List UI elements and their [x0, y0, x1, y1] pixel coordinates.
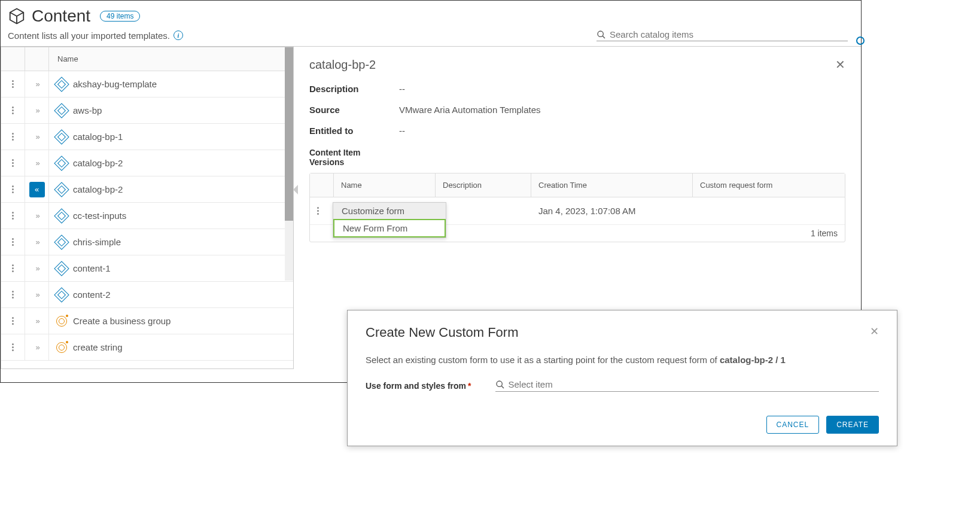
detail-title: catalog-bp-2 [309, 58, 376, 72]
kebab-icon[interactable] [317, 207, 327, 215]
blueprint-icon [54, 156, 69, 170]
search-icon [596, 30, 606, 39]
expand-icon[interactable]: » [35, 343, 38, 352]
blueprint-icon [54, 103, 69, 118]
svg-line-1 [602, 36, 605, 38]
box-icon [8, 7, 26, 25]
expand-icon[interactable]: » [35, 264, 38, 273]
blueprint-icon [54, 261, 69, 276]
item-name: catalog-bp-1 [73, 132, 123, 142]
context-menu: Customize form New Form From [333, 202, 446, 238]
items-badge: 49 items [100, 11, 140, 22]
value-description: -- [399, 84, 845, 94]
search-input[interactable] [610, 29, 848, 39]
item-name: catalog-bp-2 [73, 158, 123, 168]
kebab-icon[interactable] [12, 80, 14, 88]
content-list: Name » akshay-bug-template » aws-bp » ca… [1, 47, 294, 369]
item-name: Create a business group [73, 316, 171, 326]
target-icon [56, 316, 67, 327]
expand-icon[interactable]: » [35, 159, 38, 167]
kebab-icon[interactable] [12, 317, 14, 325]
kebab-icon[interactable] [12, 291, 14, 298]
list-item[interactable]: » akshay-bug-template [1, 71, 293, 98]
collapse-icon[interactable]: « [29, 182, 45, 197]
vcol-time: Creation Time [531, 173, 693, 197]
kebab-icon[interactable] [12, 133, 14, 141]
list-item[interactable]: » Create a business group [1, 308, 293, 334]
item-name: content-2 [73, 290, 111, 300]
search-icon [495, 380, 505, 383]
list-item[interactable]: » chris-simple [1, 229, 293, 255]
kebab-icon[interactable] [12, 238, 14, 246]
kebab-icon[interactable] [12, 343, 14, 351]
filter-icon[interactable] [856, 36, 865, 45]
create-form-modal: Create New Custom Form ✕ Select an exist… [347, 310, 897, 383]
blueprint-icon [54, 287, 69, 302]
item-name: create string [73, 342, 123, 352]
kebab-icon[interactable] [12, 106, 14, 114]
item-name: catalog-bp-2 [73, 184, 123, 194]
info-icon[interactable]: i [174, 31, 183, 40]
blueprint-icon [54, 234, 69, 249]
list-item[interactable]: » aws-bp [1, 98, 293, 124]
blueprint-icon [54, 208, 69, 223]
menu-new-form-from[interactable]: New Form From [333, 219, 446, 237]
expand-icon[interactable]: » [35, 80, 38, 89]
modal-title: Create New Custom Form [366, 325, 519, 340]
menu-customize-form[interactable]: Customize form [333, 203, 446, 219]
item-name: akshay-bug-template [73, 79, 157, 89]
item-name: content-1 [73, 263, 111, 273]
blueprint-icon [54, 182, 69, 197]
svg-point-0 [598, 31, 603, 36]
label-entitled: Entitled to [309, 126, 399, 136]
item-name: chris-simple [73, 237, 121, 247]
item-name: cc-test-inputs [73, 211, 126, 221]
label-description: Description [309, 84, 399, 94]
version-time: Jan 4, 2023, 1:07:08 AM [531, 206, 693, 216]
item-name: aws-bp [73, 105, 102, 115]
vcol-description: Description [436, 173, 531, 197]
column-header-name: Name [49, 47, 293, 71]
value-entitled: -- [399, 126, 845, 136]
scrollbar[interactable] [285, 47, 293, 281]
target-icon [56, 342, 67, 353]
list-item[interactable]: « catalog-bp-2 [1, 176, 293, 203]
close-icon[interactable]: ✕ [835, 57, 845, 72]
label-versions: Content Item Versions [309, 148, 381, 167]
value-source: VMware Aria Automation Templates [399, 105, 845, 115]
kebab-icon[interactable] [12, 264, 14, 272]
blueprint-icon [54, 77, 69, 92]
list-item[interactable]: » catalog-bp-1 [1, 124, 293, 150]
kebab-icon[interactable] [12, 185, 14, 193]
list-item[interactable]: » create string [1, 334, 293, 361]
vcol-name: Name [334, 173, 436, 197]
modal-close-icon[interactable]: ✕ [870, 325, 879, 338]
subtitle-text: Content lists all your imported template… [8, 31, 170, 41]
expand-icon[interactable]: » [35, 106, 38, 115]
list-item[interactable]: » content-2 [1, 282, 293, 308]
expand-icon[interactable]: » [35, 316, 38, 325]
expand-icon[interactable]: » [35, 211, 38, 220]
expand-icon[interactable]: » [35, 132, 38, 141]
expand-icon[interactable]: » [35, 290, 38, 299]
list-item[interactable]: » catalog-bp-2 [1, 150, 293, 176]
field-label: Use form and styles from* [366, 381, 471, 383]
kebab-icon[interactable] [12, 212, 14, 220]
vcol-form: Custom request form [693, 173, 845, 197]
page-title: Content [32, 7, 90, 26]
expand-icon[interactable]: » [35, 237, 38, 246]
list-item[interactable]: » content-1 [1, 255, 293, 282]
modal-description: Select an existing custom form to use it… [366, 355, 879, 365]
label-source: Source [309, 105, 399, 115]
svg-point-2 [497, 381, 502, 383]
list-item[interactable]: » cc-test-inputs [1, 203, 293, 229]
select-item-input[interactable] [509, 379, 879, 383]
blueprint-icon [54, 129, 69, 144]
kebab-icon[interactable] [12, 159, 14, 167]
select-item-input-wrap[interactable] [495, 379, 879, 383]
search-input-wrap[interactable] [596, 29, 848, 41]
